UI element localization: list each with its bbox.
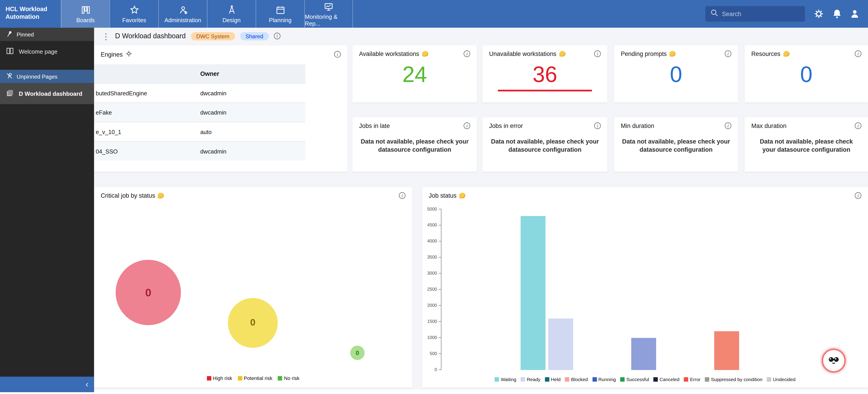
y-axis-tick-mark (439, 241, 441, 242)
y-axis-tick-label: 500 (423, 351, 437, 356)
nav-item-favorites[interactable]: Favorites (110, 0, 158, 28)
owner-cell: dwcadmin (195, 141, 305, 161)
card-title: Pending prompts (621, 51, 667, 57)
message-card-max-duration: Max durationi Data not available, please… (745, 117, 868, 172)
info-icon[interactable]: i (464, 51, 470, 57)
legend-item: Canceled (654, 376, 680, 382)
info-icon[interactable]: i (594, 51, 601, 57)
top-navigation-bar: HCL Workload Automation Boards Favorites… (0, 0, 868, 28)
info-icon[interactable]: i (725, 122, 732, 129)
sidebar-item-label: D Workload dashboard (19, 90, 82, 97)
legend-item: Suppressed by condition (705, 376, 763, 382)
badge-shared: Shared (240, 32, 269, 40)
no-data-message: Data not available, please check your da… (745, 134, 868, 154)
chatbot-button[interactable] (822, 348, 846, 373)
owner-cell: dwcadmin (195, 103, 305, 122)
info-icon[interactable]: i (725, 51, 732, 57)
global-search (705, 6, 805, 22)
nav-item-monitoring-reporting[interactable]: Monitoring & Rep... (304, 0, 353, 28)
chatbot-face-icon (826, 351, 842, 370)
pointer-icon (670, 51, 676, 56)
y-axis-tick-mark (439, 257, 441, 257)
bar-waiting (521, 216, 546, 370)
message-card-min-duration: Min durationi Data not available, please… (614, 117, 738, 172)
bar-chart-legend: WaitingReadyHeldBlockedRunningSuccessful… (422, 376, 868, 382)
stat-card-available-workstations: Available workstationsi 24 (352, 46, 477, 103)
y-axis-tick-mark (439, 321, 441, 322)
y-axis-tick-label: 4000 (423, 239, 437, 244)
sidebar-item-welcome-page[interactable]: Welcome page (0, 41, 94, 62)
primary-nav: Boards Favorites Administration Design P… (61, 0, 353, 28)
bubble-chart: 000 (94, 187, 412, 388)
collapse-sidebar-chevron-icon[interactable]: ‹ (86, 380, 88, 389)
design-icon (227, 5, 237, 15)
info-icon[interactable]: i (855, 192, 861, 199)
table-row[interactable]: eFake dwcadmin (94, 103, 305, 122)
nav-label: Administration (164, 16, 201, 23)
nav-item-design[interactable]: Design (207, 0, 255, 28)
engines-icon (126, 51, 132, 58)
card-title: Min duration (621, 122, 654, 129)
page-title: D Workload dashboard (115, 32, 186, 40)
viewport: HCL Workload Automation Boards Favorites… (0, 0, 868, 394)
table-row[interactable]: e_v_10_1 auto (94, 122, 305, 141)
bubble-no-risk: 0 (350, 345, 365, 360)
badge-dwc-system: DWC System (191, 32, 235, 40)
y-axis-tick-label: 4500 (423, 223, 437, 228)
card-title: Unavailable workstations (489, 51, 556, 57)
legend-item: Error (684, 376, 701, 382)
bubble-potential-risk: 0 (228, 298, 278, 348)
app-logo: HCL Workload Automation (0, 0, 61, 28)
overflow-menu-icon[interactable]: ⋮ (102, 32, 110, 40)
y-axis-tick-mark (439, 337, 441, 338)
info-icon[interactable]: i (464, 122, 470, 129)
info-icon[interactable]: i (855, 122, 861, 129)
pointer-icon (783, 51, 789, 56)
bar-chart: 0500100015002000250030003500400045005000 (441, 209, 852, 370)
left-sidebar: Pinned Welcome page Unpinned Pages D Wor… (0, 28, 94, 392)
notifications-bell-icon[interactable] (833, 9, 841, 19)
sidebar-footer: ‹ (0, 376, 94, 392)
engine-name-column-header (94, 64, 195, 83)
y-axis-tick-mark (439, 370, 441, 370)
card-title: Engines (101, 51, 123, 58)
stat-card-resources: Resourcesi 0 (745, 46, 868, 103)
unpinned-section-header[interactable]: Unpinned Pages (0, 70, 94, 83)
pointer-icon (422, 51, 428, 56)
legend-item: High risk (207, 376, 232, 381)
nav-item-boards[interactable]: Boards (61, 0, 110, 28)
message-card-jobs-in-late: Jobs in latei Data not available, please… (352, 117, 477, 172)
nav-item-planning[interactable]: Planning (255, 0, 304, 28)
table-row[interactable]: 04_SSO dwcadmin (94, 141, 305, 161)
star-icon (129, 5, 139, 15)
y-axis-tick-label: 3500 (423, 255, 437, 260)
job-status-card: Job statusi 0500100015002000250030003500… (422, 187, 868, 388)
legend-item: Blocked (565, 376, 588, 382)
stat-value: 0 (670, 62, 682, 86)
card-title: Job status (429, 192, 457, 199)
user-profile-icon[interactable] (850, 9, 859, 19)
owner-cell: dwcadmin (195, 83, 305, 103)
table-row[interactable]: butedSharedEngine dwcadmin (94, 83, 305, 103)
info-icon[interactable]: i (274, 33, 280, 39)
nav-label: Design (222, 16, 241, 23)
bar-running (631, 338, 656, 370)
dashboard-icon (6, 89, 14, 98)
page-header: ⋮ D Workload dashboard DWC System Shared… (94, 28, 868, 44)
legend-item: Waiting (495, 376, 516, 382)
card-title: Max duration (751, 122, 786, 129)
app-title-line1: HCL Workload (5, 5, 55, 13)
sidebar-item-d-workload-dashboard[interactable]: D Workload dashboard (0, 83, 94, 104)
engines-table: Owner butedSharedEngine dwcadmin eFake d… (94, 64, 305, 161)
info-icon[interactable]: i (855, 51, 861, 57)
pin-icon (6, 31, 13, 38)
y-axis-tick-label: 2500 (423, 287, 437, 292)
search-icon (710, 9, 718, 19)
info-icon[interactable]: i (594, 122, 601, 129)
y-axis-tick-label: 1000 (423, 335, 437, 340)
nav-item-administration[interactable]: Administration (158, 0, 207, 28)
info-icon[interactable]: i (334, 51, 341, 58)
application-window: HCL Workload Automation Boards Favorites… (0, 0, 868, 394)
search-input[interactable] (722, 10, 800, 17)
settings-gear-icon[interactable] (814, 9, 824, 19)
